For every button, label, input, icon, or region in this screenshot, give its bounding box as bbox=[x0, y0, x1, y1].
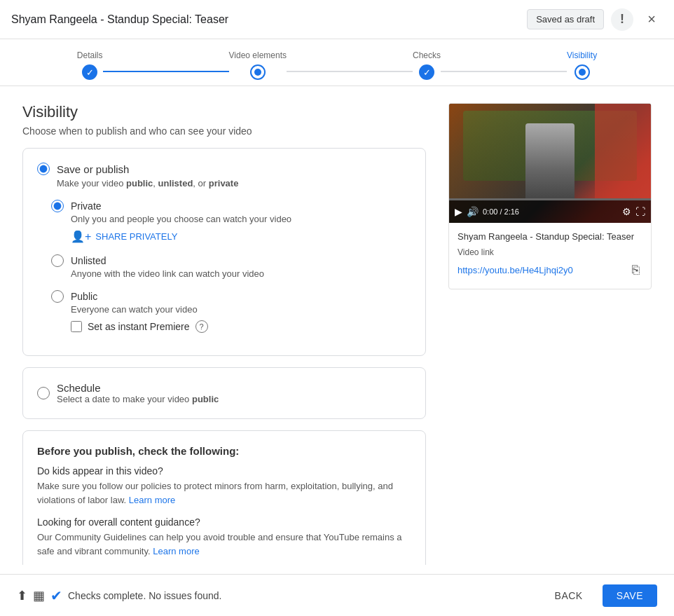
instant-premiere-checkbox[interactable] bbox=[71, 321, 82, 332]
save-publish-option[interactable]: Save or publish bbox=[37, 163, 411, 175]
bp-kids-title: Do kids appear in this video? bbox=[37, 465, 411, 477]
upload-icon[interactable]: ⬆ bbox=[17, 588, 27, 603]
private-desc: Only you and people you choose can watch… bbox=[71, 214, 411, 224]
help-icon[interactable]: ? bbox=[195, 320, 208, 333]
person-add-icon: 👤+ bbox=[71, 230, 91, 243]
private-option: Private Only you and people you choose c… bbox=[51, 200, 411, 243]
step-line-3 bbox=[441, 71, 567, 72]
grid-icon[interactable]: ▦ bbox=[33, 588, 45, 603]
video-info: Shyam Rangeela - Standup Special: Teaser… bbox=[449, 223, 651, 289]
back-button[interactable]: BACK bbox=[544, 584, 594, 607]
video-link-row: https://youtu.be/He4Ljhqi2y0 ⎘ bbox=[458, 260, 642, 280]
learn-more-kids-link[interactable]: Learn more bbox=[129, 495, 175, 505]
save-button[interactable]: SAVE bbox=[603, 584, 657, 607]
video-title: Shyam Rangeela - Standup Special: Teaser bbox=[458, 231, 642, 242]
before-publish-card: Before you publish, check the following:… bbox=[22, 430, 426, 565]
fullscreen-button[interactable]: ⛶ bbox=[635, 206, 645, 217]
left-column: Visibility Choose when to publish and wh… bbox=[22, 103, 426, 548]
step-circle-checks: ✓ bbox=[419, 64, 434, 80]
page-title: Visibility bbox=[22, 103, 426, 121]
footer: ⬆ ▦ ✔ Checks complete. No issues found. … bbox=[0, 574, 674, 616]
schedule-radio[interactable] bbox=[37, 387, 50, 399]
step-line-2 bbox=[287, 71, 413, 72]
step-visibility[interactable]: Visibility bbox=[567, 50, 597, 80]
public-label[interactable]: Public bbox=[51, 290, 411, 303]
schedule-option: Schedule Select a date to make your vide… bbox=[37, 382, 411, 404]
right-column: ▶ 🔊 0:00 / 2:16 ⚙ ⛶ Shyam Rangeela - Sta… bbox=[448, 103, 652, 548]
save-publish-subtitle: Make your video public, unlisted, or pri… bbox=[57, 178, 411, 189]
time-display: 0:00 / 2:16 bbox=[483, 207, 618, 216]
before-publish-title: Before you publish, check the following: bbox=[37, 445, 411, 457]
header-right: Saved as draft ! × bbox=[527, 8, 663, 31]
unlisted-label[interactable]: Unlisted bbox=[51, 254, 411, 267]
bp-item-kids: Do kids appear in this video? Make sure … bbox=[37, 465, 411, 507]
public-option: Public Everyone can watch your video Set… bbox=[51, 290, 411, 333]
instant-premiere-label: Set as instant Premiere bbox=[88, 321, 190, 332]
play-button[interactable]: ▶ bbox=[455, 206, 462, 217]
main-content: Visibility Choose when to publish and wh… bbox=[0, 86, 674, 565]
steps-nav: Details ✓ Video elements Checks ✓ Visibi… bbox=[0, 39, 674, 86]
schedule-desc: Select a date to make your video public bbox=[57, 394, 219, 404]
bp-kids-desc: Make sure you follow our policies to pro… bbox=[37, 479, 411, 507]
share-privately-link[interactable]: 👤+ SHARE PRIVATELY bbox=[71, 230, 411, 243]
save-publish-card: Save or publish Make your video public, … bbox=[22, 148, 426, 356]
unlisted-option: Unlisted Anyone with the video link can … bbox=[51, 254, 411, 279]
unlisted-desc: Anyone with the video link can watch you… bbox=[71, 268, 411, 279]
step-details[interactable]: Details ✓ bbox=[77, 50, 103, 80]
copy-link-button[interactable]: ⎘ bbox=[629, 260, 642, 280]
video-preview: ▶ 🔊 0:00 / 2:16 ⚙ ⛶ Shyam Rangeela - Sta… bbox=[448, 103, 652, 289]
step-circle-video-elements bbox=[250, 64, 266, 80]
schedule-card: Schedule Select a date to make your vide… bbox=[22, 367, 426, 419]
volume-button[interactable]: 🔊 bbox=[467, 206, 479, 217]
footer-right: BACK SAVE bbox=[544, 584, 657, 607]
private-label[interactable]: Private bbox=[51, 200, 411, 212]
checks-status: Checks complete. No issues found. bbox=[68, 590, 221, 601]
step-circle-visibility bbox=[575, 64, 590, 80]
bp-guidelines-desc: Our Community Guidelines can help you av… bbox=[37, 531, 411, 558]
video-thumbnail: ▶ 🔊 0:00 / 2:16 ⚙ ⛶ bbox=[449, 104, 651, 223]
video-link-label: Video link bbox=[458, 247, 642, 257]
footer-left: ⬆ ▦ ✔ Checks complete. No issues found. bbox=[17, 587, 221, 604]
save-publish-radio[interactable] bbox=[37, 163, 50, 175]
public-radio[interactable] bbox=[51, 290, 64, 303]
step-video-elements[interactable]: Video elements bbox=[229, 50, 287, 80]
close-button[interactable]: × bbox=[640, 8, 663, 31]
check-icon: ✔ bbox=[50, 587, 62, 604]
public-desc: Everyone can watch your video bbox=[71, 304, 411, 315]
page-subtitle: Choose when to publish and who can see y… bbox=[22, 125, 426, 137]
step-checks[interactable]: Checks ✓ bbox=[413, 50, 441, 80]
instant-premiere-row: Set as instant Premiere ? bbox=[71, 320, 411, 333]
info-button[interactable]: ! bbox=[611, 8, 633, 31]
video-link[interactable]: https://youtu.be/He4Ljhqi2y0 bbox=[458, 265, 573, 275]
unlisted-radio[interactable] bbox=[51, 254, 64, 267]
dialog-title: Shyam Rangeela - Standup Special: Teaser bbox=[11, 13, 228, 26]
private-radio[interactable] bbox=[51, 200, 64, 212]
header: Shyam Rangeela - Standup Special: Teaser… bbox=[0, 0, 674, 39]
step-line-1 bbox=[103, 71, 229, 72]
draft-status: Saved as draft bbox=[527, 9, 604, 29]
settings-button[interactable]: ⚙ bbox=[622, 206, 631, 217]
step-circle-details: ✓ bbox=[82, 64, 97, 80]
bp-item-guidelines: Looking for overall content guidance? Ou… bbox=[37, 516, 411, 558]
bp-guidelines-title: Looking for overall content guidance? bbox=[37, 516, 411, 528]
schedule-label: Schedule Select a date to make your vide… bbox=[57, 382, 219, 404]
learn-more-guidelines-link[interactable]: Learn more bbox=[153, 546, 199, 556]
video-controls[interactable]: ▶ 🔊 0:00 / 2:16 ⚙ ⛶ bbox=[449, 200, 651, 223]
